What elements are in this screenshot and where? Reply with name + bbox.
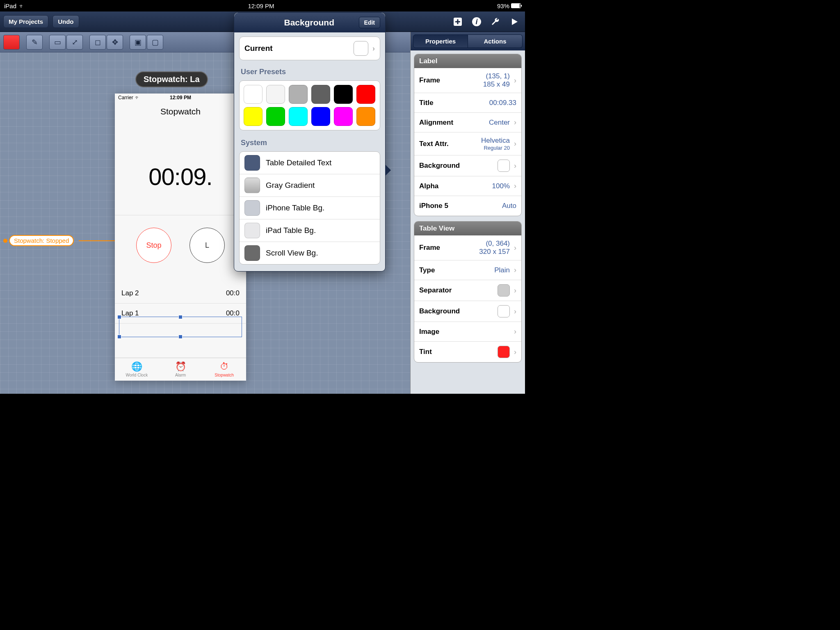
- table-type-row[interactable]: TypePlain›: [414, 260, 521, 280]
- system-swatch: [244, 178, 260, 193]
- chevron-right-icon: ›: [514, 76, 516, 85]
- move-tool[interactable]: ✥: [107, 35, 123, 50]
- mock-title: Stopwatch: [115, 102, 246, 121]
- label-section-header: Label: [414, 54, 521, 68]
- chevron-right-icon: ›: [514, 162, 516, 170]
- stopwatch-icon: ⏱: [220, 361, 229, 372]
- device-label: iPad: [4, 2, 16, 9]
- pencil-tool[interactable]: ✎: [26, 35, 43, 50]
- current-row[interactable]: Current ›: [239, 37, 380, 60]
- table-frame-row[interactable]: Frame(0, 364)320 x 157›: [414, 235, 521, 260]
- tint-swatch: [498, 346, 510, 358]
- preset-color[interactable]: [289, 107, 308, 126]
- preset-color[interactable]: [244, 85, 262, 104]
- wrench-icon[interactable]: [488, 14, 503, 29]
- chevron-right-icon: ›: [514, 182, 516, 190]
- system-label: System: [239, 136, 380, 151]
- mock-lap-button[interactable]: L: [189, 228, 225, 263]
- ios-status-bar: iPad ᯤ 12:09 PM 93%: [0, 0, 525, 11]
- preset-color[interactable]: [334, 107, 353, 126]
- system-item[interactable]: iPhone Table Bg.: [240, 197, 380, 219]
- info-icon[interactable]: i: [469, 14, 484, 29]
- tab-actions[interactable]: Actions: [468, 34, 523, 48]
- bounds-tool[interactable]: ▣: [130, 35, 146, 50]
- device-tool[interactable]: ▭: [49, 35, 66, 50]
- chevron-right-icon: ›: [514, 348, 516, 356]
- play-icon[interactable]: [507, 14, 522, 29]
- preset-color[interactable]: [266, 85, 285, 104]
- frame-tool[interactable]: ◻: [89, 35, 106, 50]
- mock-tab-alarm[interactable]: ⏰Alarm: [159, 358, 203, 381]
- label-alignment-row[interactable]: AlignmentCenter›: [414, 113, 521, 132]
- system-item-label: iPhone Table Bg.: [266, 203, 324, 212]
- mock-carrier: Carrier: [118, 95, 133, 100]
- preset-color[interactable]: [289, 85, 308, 104]
- chevron-right-icon: ›: [514, 266, 516, 274]
- table-image-row[interactable]: Image›: [414, 322, 521, 342]
- popover-edit-button[interactable]: Edit: [359, 17, 380, 28]
- mock-lap-row[interactable]: Lap 200:0: [115, 283, 246, 304]
- battery-icon: [511, 3, 521, 8]
- undo-button[interactable]: Undo: [52, 15, 79, 28]
- system-swatch: [244, 200, 260, 216]
- diagonal-tool[interactable]: ⤢: [66, 35, 83, 50]
- label-frame-row[interactable]: Frame(135, 1)185 x 49›: [414, 68, 521, 93]
- iphone-mockup[interactable]: Carrier ᯤ 12:09 PM Stopwatch 0 00:09. St…: [115, 94, 246, 381]
- label-alpha-row[interactable]: Alpha100%›: [414, 176, 521, 196]
- battery-percent: 93%: [497, 2, 509, 9]
- preset-color[interactable]: [356, 85, 375, 104]
- chevron-right-icon: ›: [514, 244, 516, 252]
- sep-swatch: [498, 284, 510, 297]
- color-tool[interactable]: [3, 35, 20, 50]
- current-label: Current: [244, 44, 273, 53]
- system-item-label: Scroll View Bg.: [266, 249, 318, 258]
- system-item[interactable]: Gray Gradient: [240, 174, 380, 197]
- chevron-right-icon: ›: [372, 44, 375, 53]
- state-badge[interactable]: Stopwatch: Stopped: [9, 235, 74, 246]
- system-item[interactable]: iPad Table Bg.: [240, 219, 380, 242]
- popover-arrow-icon: [385, 164, 391, 176]
- preset-color[interactable]: [356, 107, 375, 126]
- my-projects-button[interactable]: My Projects: [3, 15, 48, 28]
- stack-tool[interactable]: ▢: [147, 35, 163, 50]
- chevron-right-icon: ›: [514, 307, 516, 316]
- selection-box[interactable]: [119, 317, 242, 337]
- flow-dot-icon: [3, 239, 7, 243]
- mock-big-time[interactable]: 00:09.: [115, 163, 246, 190]
- preset-color[interactable]: [334, 85, 353, 104]
- alarm-icon: ⏰: [175, 361, 186, 372]
- system-list: Table Detailed TextGray GradientiPhone T…: [239, 151, 380, 265]
- globe-icon: 🌐: [131, 361, 142, 372]
- mock-tabbar: 🌐World Clock ⏰Alarm ⏱Stopwatch: [115, 358, 246, 381]
- preset-color[interactable]: [311, 107, 330, 126]
- table-separator-row[interactable]: Separator›: [414, 280, 521, 301]
- label-iphone5-row[interactable]: iPhone 5Auto: [414, 196, 521, 216]
- mock-small-time: 0: [115, 138, 246, 146]
- table-background-row[interactable]: Background›: [414, 301, 521, 322]
- mock-wifi-icon: ᯤ: [135, 95, 140, 100]
- label-background-row[interactable]: Background›: [414, 155, 521, 176]
- chevron-right-icon: ›: [514, 139, 516, 148]
- preset-color[interactable]: [266, 107, 285, 126]
- mock-tab-worldclock[interactable]: 🌐World Clock: [115, 358, 159, 381]
- preset-grid: [239, 80, 380, 130]
- inspector-panel: Properties Actions Label Frame(135, 1)18…: [410, 32, 525, 394]
- system-item-label: Gray Gradient: [266, 181, 315, 190]
- chevron-right-icon: ›: [514, 327, 516, 336]
- system-item[interactable]: Table Detailed Text: [240, 152, 380, 174]
- mock-time: 12:09 PM: [170, 95, 191, 100]
- preset-color[interactable]: [244, 107, 262, 126]
- background-popover: Background Edit Current › User Presets S…: [234, 12, 386, 272]
- system-item[interactable]: Scroll View Bg.: [240, 242, 380, 264]
- mock-stop-button[interactable]: Stop: [136, 228, 171, 263]
- tab-properties[interactable]: Properties: [413, 34, 468, 48]
- add-icon[interactable]: [450, 14, 465, 29]
- chevron-right-icon: ›: [514, 286, 516, 295]
- table-tint-row[interactable]: Tint›: [414, 342, 521, 362]
- status-time: 12:09 PM: [248, 2, 274, 9]
- mock-tab-stopwatch[interactable]: ⏱Stopwatch: [202, 358, 246, 381]
- label-textattr-row[interactable]: Text Attr.HelveticaRegular 20›: [414, 132, 521, 155]
- preset-color[interactable]: [311, 85, 330, 104]
- chevron-right-icon: ›: [514, 118, 516, 127]
- label-title-row[interactable]: Title00:09.33: [414, 93, 521, 113]
